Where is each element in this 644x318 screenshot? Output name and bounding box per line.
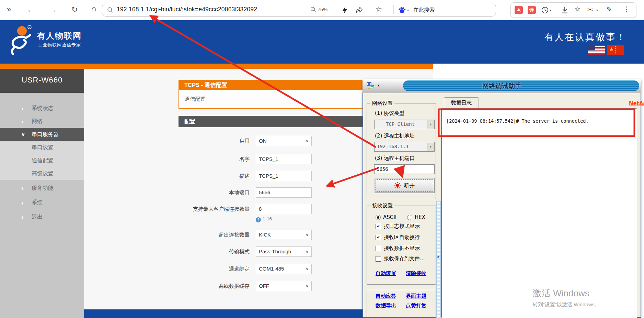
chevron-right-icon: › (21, 102, 24, 115)
splitter-collapse-icon[interactable]: < (437, 254, 440, 260)
sidebar-item-7[interactable]: ›服务功能 (0, 182, 84, 195)
us-flag-icon[interactable] (588, 45, 605, 55)
field-label-7: 传输模式 (129, 249, 250, 255)
field-label-2: 名字 (129, 156, 250, 163)
hex-radio-label[interactable]: HEX (415, 214, 425, 220)
field-label-4: 本地端口 (129, 189, 250, 196)
brand-title: 有人物联网 (37, 30, 82, 41)
data-log-tab[interactable]: 数据日志 (444, 97, 479, 108)
netassist-titlebar[interactable]: ▾ 网络调试助手 (363, 79, 641, 93)
select-arrow-icon: ∨ (306, 264, 309, 274)
header-slogan: 有人在认真做事！ (544, 31, 626, 43)
sidebar-item-6[interactable]: 高级设置 (0, 167, 84, 180)
data-log-area[interactable] (441, 108, 637, 318)
sidebar-item-label: 退出 (32, 210, 43, 223)
performance-bolt-icon[interactable] (342, 6, 348, 14)
field-select-7[interactable]: Pass-Through∨ (256, 246, 312, 257)
favorites-star-icon[interactable]: ☆ (574, 5, 581, 13)
field-input-2[interactable]: TCPS_1 (256, 154, 312, 164)
remote-host-value: 192.168.1.1 (377, 144, 409, 149)
field-label-5: 支持最大客户端连接数量 (129, 206, 250, 212)
recv-checkbox-2[interactable]: ✔ (376, 235, 381, 240)
auto-reply-link[interactable]: 自动应答 (376, 293, 396, 299)
sidebar-item-4[interactable]: 串口设置 (0, 141, 84, 154)
sidebar-item-1[interactable]: ›系统状态 (0, 102, 84, 115)
ascii-radio[interactable] (376, 215, 381, 220)
field-label-8: 通道绑定 (129, 266, 250, 272)
recv-checkbox-label-1[interactable]: 按日志模式显示 (384, 223, 420, 230)
protocol-type-combo[interactable]: TCP Client ▼ (374, 120, 435, 129)
share-icon[interactable] (355, 6, 363, 14)
edit-pen-icon[interactable]: ✎ (607, 6, 612, 14)
pdf-extension-icon[interactable] (515, 6, 523, 14)
sidebar-item-label: 网络 (32, 115, 43, 128)
address-bar[interactable]: 192.168.1.1/cgi-bin/luci/;stok=e49ccc200… (102, 3, 496, 17)
chevron-down-icon: ∨ (21, 128, 25, 141)
chevron-right-icon: › (21, 115, 24, 128)
history-caret-icon[interactable]: ▾ (550, 8, 551, 12)
receive-settings-title: 接收设置 (370, 202, 394, 209)
watermark-line1: 激活 Windows (533, 287, 600, 299)
clear-receive-link[interactable]: 清除接收 (406, 270, 426, 277)
ascii-radio-label[interactable]: ASCII (383, 214, 396, 220)
back-icon[interactable]: ← (27, 5, 34, 14)
protocol-type-value: TCP Client (375, 121, 426, 127)
field-select-9[interactable]: OFF∨ (256, 281, 312, 291)
like-reward-link[interactable]: 点赞打赏 (406, 303, 426, 309)
sidebar-item-label: 系统状态 (32, 102, 54, 115)
baidu-paw-icon[interactable] (398, 7, 406, 13)
remote-port-input[interactable]: 5656 (374, 164, 435, 174)
baidu-search-label[interactable]: 在此搜索 (413, 7, 435, 14)
favorite-add-icon[interactable]: ☆ (376, 5, 382, 13)
field-input-4[interactable]: 5656 (256, 187, 312, 198)
field-select-1[interactable]: ON∨ (256, 136, 312, 146)
field-label-3: 描述 (129, 173, 250, 179)
field-select-8[interactable]: COM1-485∨ (256, 264, 312, 274)
scissors-caret-icon[interactable]: ▾ (596, 8, 598, 12)
sidebar-item-9[interactable]: ›退出 (0, 210, 84, 223)
field-input-5[interactable]: 8 (256, 204, 312, 214)
remote-port-label: (3) 远程主机端口 (375, 155, 415, 162)
zoom-control[interactable]: 75% (310, 7, 327, 12)
data-export-link[interactable]: 数据导出 (376, 303, 396, 309)
sidebar-item-2[interactable]: ›网络 (0, 115, 84, 128)
browser-menu-icon[interactable]: ⋮ (623, 5, 630, 13)
field-label-1: 启用 (129, 138, 250, 144)
history-clock-icon[interactable] (541, 7, 549, 14)
protocol-type-label: (1) 协议类型 (375, 110, 404, 117)
network-settings-title: 网络设置 (370, 100, 394, 107)
baidu-caret-icon[interactable]: ▾ (407, 8, 409, 12)
remote-host-combo[interactable]: 192.168.1.1 ▼ (374, 142, 435, 152)
field-select-6[interactable]: KICK∨ (256, 230, 312, 240)
sidebar-item-3[interactable]: ∨串口服务器 (0, 128, 84, 141)
sidebar-item-5[interactable]: 通信配置 (0, 154, 84, 167)
extensions-overflow-icon[interactable]: » (7, 5, 11, 14)
home-icon[interactable]: ⌂ (91, 4, 96, 13)
cn-flag-icon[interactable]: ★★ ★★ ★ (607, 45, 624, 55)
reload-icon[interactable]: ↻ (71, 5, 78, 14)
field-input-3[interactable]: TCPS_1 (256, 171, 312, 181)
ui-theme-link[interactable]: 界面主题 (406, 293, 426, 299)
download-icon[interactable] (561, 7, 568, 14)
auto-scroll-link[interactable]: 自动滚屏 (376, 270, 396, 277)
recv-checkbox-label-4[interactable]: 接收保存到文件... (384, 255, 425, 262)
disconnect-button[interactable]: 断开 (374, 178, 435, 193)
screenshot-scissors-icon[interactable]: ✂ (587, 6, 593, 14)
netassist-site-link[interactable]: NetAs (629, 100, 644, 107)
recv-checkbox-label-2[interactable]: 接收区自动换行 (384, 234, 420, 241)
hex-radio[interactable] (407, 215, 412, 220)
zoom-out-icon[interactable] (310, 7, 316, 12)
panel-splitter[interactable] (436, 201, 441, 318)
combo-arrow-icon[interactable]: ▼ (427, 120, 434, 129)
recv-checkbox-label-3[interactable]: 接收数据不显示 (384, 245, 420, 252)
select-arrow-icon: ∨ (306, 230, 309, 240)
sidebar-item-8[interactable]: ›系统 (0, 196, 84, 209)
select-arrow-icon: ∨ (306, 247, 309, 256)
translate-extension-icon[interactable]: 译 (528, 6, 536, 14)
forward-icon[interactable]: → (49, 5, 57, 14)
recv-checkbox-3[interactable] (376, 246, 381, 251)
combo-arrow-icon[interactable]: ▼ (427, 143, 434, 151)
url-text[interactable]: 192.168.1.1/cgi-bin/luci/;stok=e49ccc200… (117, 6, 257, 13)
recv-checkbox-1[interactable]: ✔ (376, 224, 381, 229)
recv-checkbox-4[interactable] (376, 256, 381, 262)
